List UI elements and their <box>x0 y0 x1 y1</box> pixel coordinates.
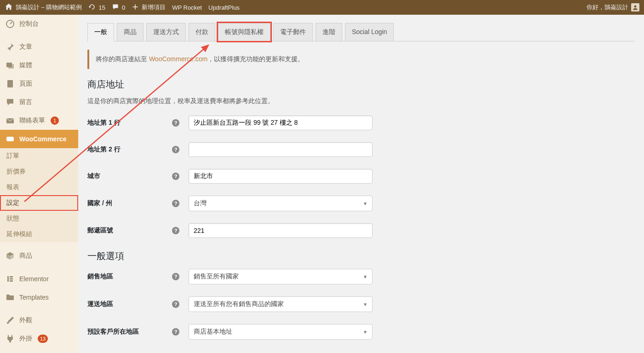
comments-link[interactable]: 0 <box>112 3 125 12</box>
help-icon[interactable]: ? <box>172 328 179 336</box>
help-icon[interactable]: ? <box>172 119 179 127</box>
sidebar-label: 控制台 <box>19 20 39 28</box>
sidebar-item-templates[interactable]: Templates <box>0 288 78 307</box>
select-shipping-location[interactable]: 運送至所有您有銷售商品的國家▼ <box>189 296 373 312</box>
label-postcode: 郵遞區號 <box>87 226 113 235</box>
sidebar-label: 商品 <box>19 252 32 260</box>
folder-icon <box>6 293 15 302</box>
sidebar-item-products[interactable]: 商品 <box>0 247 78 265</box>
svg-rect-7 <box>7 276 9 282</box>
tab-advanced[interactable]: 進階 <box>316 23 342 41</box>
help-icon[interactable]: ? <box>172 200 179 207</box>
row-country: 國家 / 州? 台灣▼ <box>87 196 635 211</box>
sidebar-item-pages[interactable]: 頁面 <box>0 75 78 93</box>
help-icon[interactable]: ? <box>172 146 179 153</box>
sidebar-sub-reports[interactable]: 報表 <box>0 179 78 195</box>
sidebar-item-elementor[interactable]: Elementor <box>0 270 78 288</box>
svg-rect-10 <box>10 280 13 282</box>
woocommerce-icon <box>6 134 15 144</box>
comments-count: 0 <box>122 4 125 11</box>
site-home-link[interactable]: 鵠崙設計 – 購物網站範例 <box>5 3 82 12</box>
row-shipping-location: 運送地區? 運送至所有您有銷售商品的國家▼ <box>87 296 635 312</box>
select-default-location[interactable]: 商店基本地址▼ <box>189 324 373 340</box>
help-icon[interactable]: ? <box>172 273 179 280</box>
contact-badge: 1 <box>51 116 59 125</box>
plug-icon <box>6 334 15 343</box>
svg-rect-3 <box>8 64 14 69</box>
tab-social-login[interactable]: Social Login <box>345 23 394 41</box>
row-default-location: 預設客戶所在地區? 商店基本地址▼ <box>87 324 635 340</box>
input-city[interactable] <box>189 169 373 184</box>
general-options-title: 一般選項 <box>87 250 635 262</box>
adminbar-left: 鵠崙設計 – 購物網站範例 15 0 新增項目 WP Rocket Updraf… <box>5 3 240 12</box>
select-country[interactable]: 台灣▼ <box>189 196 373 211</box>
notice-prefix: 將你的商店連結至 <box>96 55 149 63</box>
pin-icon <box>6 42 15 52</box>
home-icon <box>5 3 13 12</box>
sidebar-sub-coupons[interactable]: 折價券 <box>0 164 78 179</box>
comment-icon <box>112 3 119 12</box>
sidebar-label: Templates <box>19 294 49 301</box>
chevron-down-icon: ▼ <box>363 201 368 206</box>
help-icon[interactable]: ? <box>172 227 179 234</box>
user-greeting-link[interactable]: 你好，鵠崙設計 <box>586 3 639 12</box>
sidebar-item-media[interactable]: 媒體 <box>0 56 78 75</box>
plugins-badge: 13 <box>38 335 48 343</box>
store-address-desc: 這是你的商店實際的地理位置，稅率及運送費率都將參考此位置。 <box>87 97 635 105</box>
help-icon[interactable]: ? <box>172 301 179 308</box>
row-address-1: 地址第 1 行? <box>87 116 635 130</box>
sidebar-item-appearance[interactable]: 外觀 <box>0 311 78 330</box>
sidebar-sub-orders[interactable]: 訂單 <box>0 148 78 164</box>
sidebar-item-posts[interactable]: 文章 <box>0 38 78 56</box>
new-content-link[interactable]: 新增項目 <box>132 3 166 12</box>
label-address-1: 地址第 1 行 <box>87 119 121 127</box>
svg-point-0 <box>634 6 637 8</box>
tab-payments[interactable]: 付款 <box>189 23 215 41</box>
tab-accounts-privacy[interactable]: 帳號與隱私權 <box>218 23 270 41</box>
updraft-link[interactable]: UpdraftPlus <box>208 4 240 11</box>
refresh-icon <box>88 3 96 12</box>
envelope-icon <box>6 116 15 125</box>
svg-rect-8 <box>10 276 13 278</box>
help-icon[interactable]: ? <box>172 173 179 180</box>
tab-emails[interactable]: 電子郵件 <box>273 23 313 41</box>
sidebar-item-woocommerce[interactable]: WooCommerce <box>0 130 78 148</box>
sidebar-sub-extensions[interactable]: 延伸模組 <box>0 226 78 242</box>
sidebar-sub-status[interactable]: 狀態 <box>0 211 78 226</box>
chevron-down-icon: ▼ <box>363 274 368 279</box>
product-icon <box>6 251 15 260</box>
input-postcode[interactable] <box>189 223 373 238</box>
greeting-text: 你好，鵠崙設計 <box>586 3 628 12</box>
wp-rocket-link[interactable]: WP Rocket <box>172 4 202 11</box>
svg-rect-6 <box>6 137 14 141</box>
adminbar-right: 你好，鵠崙設計 <box>586 3 639 12</box>
admin-bar: 鵠崙設計 – 購物網站範例 15 0 新增項目 WP Rocket Updraf… <box>0 0 644 15</box>
plus-icon <box>132 3 139 12</box>
tab-general[interactable]: 一般 <box>87 23 114 41</box>
sidebar-item-plugins[interactable]: 外掛 13 <box>0 330 78 348</box>
sidebar-label: WooCommerce <box>19 135 66 143</box>
sidebar-item-dashboard[interactable]: 控制台 <box>0 15 78 33</box>
sidebar-sub-settings[interactable]: 設定 <box>0 195 78 211</box>
input-address-2[interactable] <box>189 142 373 157</box>
sidebar-item-comments[interactable]: 留言 <box>0 93 78 111</box>
updates-link[interactable]: 15 <box>88 3 105 12</box>
select-selling-location[interactable]: 銷售至所有國家▼ <box>189 269 373 284</box>
tab-products[interactable]: 商品 <box>117 23 144 41</box>
notice-link[interactable]: WooCommerce.com <box>149 55 207 63</box>
updates-count: 15 <box>98 4 105 11</box>
connect-notice: 將你的商店連結至 WooCommerce.com，以獲得擴充功能的更新和支援。 <box>87 50 635 69</box>
admin-sidebar: 控制台 文章 媒體 頁面 留言 聯絡表單 1 WooCommerce 訂單 折價… <box>0 15 78 353</box>
tab-shipping[interactable]: 運送方式 <box>146 23 186 41</box>
label-shipping: 運送地區 <box>87 300 113 308</box>
sidebar-label: 留言 <box>19 98 32 106</box>
sidebar-item-users[interactable]: 使用者 <box>0 348 78 353</box>
settings-tabs: 一般 商品 運送方式 付款 帳號與隱私權 電子郵件 進階 Social Logi… <box>87 23 635 41</box>
notice-suffix: ，以獲得擴充功能的更新和支援。 <box>207 55 304 63</box>
page-icon <box>6 79 15 88</box>
sidebar-item-contact[interactable]: 聯絡表單 1 <box>0 111 78 130</box>
sidebar-label: 聯絡表單 <box>19 116 45 125</box>
row-city: 城市? <box>87 169 635 184</box>
input-address-1[interactable] <box>189 116 373 130</box>
site-name: 鵠崙設計 – 購物網站範例 <box>16 3 82 12</box>
